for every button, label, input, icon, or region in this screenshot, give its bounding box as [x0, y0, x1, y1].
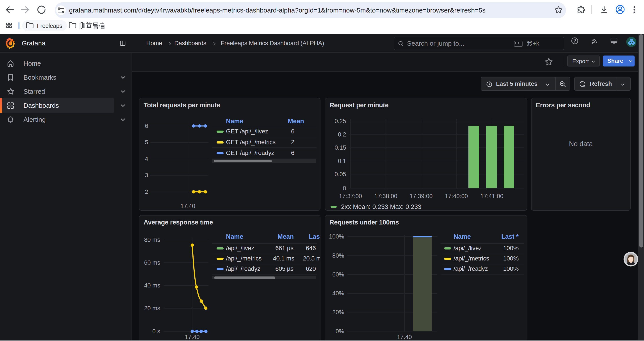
svg-text:100%: 100% — [329, 233, 344, 240]
svg-text:0: 0 — [343, 185, 346, 192]
svg-text:4: 4 — [145, 156, 148, 162]
svg-text:17:40:00: 17:40:00 — [445, 193, 468, 199]
svg-text:0.15: 0.15 — [334, 144, 346, 151]
svg-text:2xx: 2xx — [341, 203, 351, 210]
svg-text:80 ms: 80 ms — [144, 237, 160, 243]
svg-text:0.25: 0.25 — [334, 118, 346, 124]
svg-text:0 s: 0 s — [152, 328, 160, 335]
svg-text:40%: 40% — [332, 290, 344, 297]
svg-text:17:40: 17:40 — [180, 203, 195, 209]
svg-text:17:40: 17:40 — [185, 334, 200, 340]
svg-text:Max: 0.233: Max: 0.233 — [390, 203, 421, 210]
svg-text:60%: 60% — [332, 271, 344, 278]
svg-text:Mean: 0.233: Mean: 0.233 — [353, 203, 388, 210]
svg-text:17:39:00: 17:39:00 — [410, 193, 432, 199]
svg-text:0.2: 0.2 — [338, 131, 346, 138]
svg-text:0.05: 0.05 — [334, 171, 346, 178]
svg-text:80%: 80% — [332, 252, 344, 259]
svg-text:60 ms: 60 ms — [144, 259, 160, 266]
svg-text:17:37:00: 17:37:00 — [339, 193, 362, 199]
svg-text:40 ms: 40 ms — [144, 282, 160, 289]
svg-text:20%: 20% — [332, 309, 344, 315]
svg-text:5: 5 — [145, 139, 148, 146]
svg-text:20 ms: 20 ms — [144, 305, 160, 311]
svg-text:2: 2 — [145, 188, 148, 195]
svg-text:0.1: 0.1 — [338, 158, 346, 164]
svg-text:17:40: 17:40 — [397, 334, 412, 340]
svg-text:0%: 0% — [336, 328, 344, 335]
svg-text:6: 6 — [145, 123, 148, 129]
svg-text:17:38:00: 17:38:00 — [374, 193, 397, 199]
svg-text:3: 3 — [145, 172, 148, 179]
svg-text:17:41:00: 17:41:00 — [480, 193, 503, 199]
